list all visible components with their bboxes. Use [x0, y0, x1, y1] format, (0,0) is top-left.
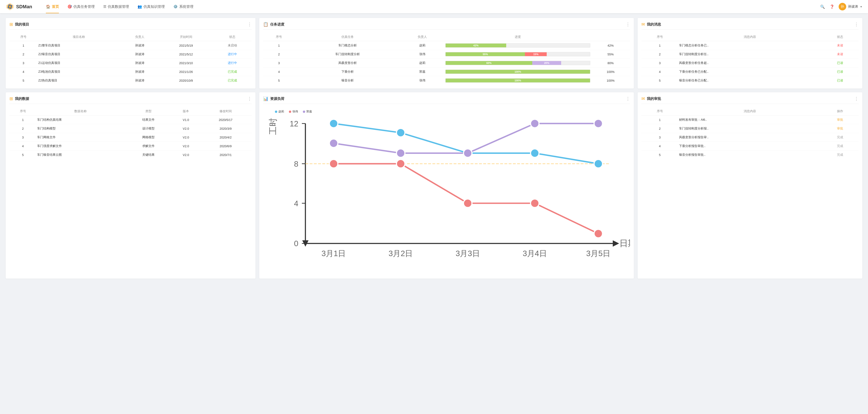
tp-row-task: 下垂分析	[295, 67, 400, 76]
ap-col-no: 序号	[642, 107, 678, 116]
table-row: 4 下垂分析任务已分配.. 已读	[642, 67, 859, 76]
my-approval-header: ✉ 我的审批 ⋮	[642, 96, 859, 104]
my-projects-header: ⊞ 我的项目 ⋮	[9, 22, 252, 30]
task-progress-menu-icon[interactable]: ⋮	[626, 22, 630, 27]
msg-row-status: 已读	[822, 67, 859, 76]
svg-point-34	[463, 149, 472, 157]
resource-load-menu-icon[interactable]: ⋮	[626, 96, 630, 101]
ap-row-no: 4	[642, 142, 678, 151]
svg-text:3月5日: 3月5日	[586, 249, 610, 258]
dt-col-name: 数据名称	[36, 107, 125, 116]
svg-text:4: 4	[294, 199, 298, 208]
tp-row-total: 42%	[591, 41, 630, 50]
resource-load-card: 📊 资源负荷 ⋮ 赵莉 张伟 郭嘉	[259, 92, 634, 279]
dt-row-time: 2020/6/9	[199, 142, 252, 151]
dt-row-no: 2	[9, 124, 36, 133]
my-messages-title: 我的消息	[647, 22, 661, 27]
table-row: 5 噪音分析 张伟 100% 100%	[263, 76, 630, 85]
header: SDMan 🏠 首页 🎯 仿真任务管理 ☰ 仿真数据管理 👥 仿真知识管理 ⚙️…	[0, 0, 868, 13]
svg-point-36	[594, 119, 602, 128]
svg-text:0: 0	[294, 239, 298, 248]
msg-col-status: 状态	[822, 33, 859, 41]
ap-row-content: 下垂分析报告审批..	[678, 142, 822, 151]
ap-row-action: 完成	[822, 142, 859, 151]
chart-legend: 赵莉 张伟 郭嘉	[275, 109, 630, 114]
table-row[interactable]: 2 Z2噪音仿真项目 孙波涛 2021/5/12 进行中	[9, 50, 252, 59]
row-project-name: Z2热仿真项目	[37, 76, 121, 85]
ap-row-action[interactable]: 审批	[822, 124, 859, 133]
dt-row-name: 车门网格文件	[36, 133, 125, 142]
msg-row-no: 5	[642, 76, 678, 85]
table-row: 3 风载变形分析 赵莉 60%20% 80%	[263, 59, 630, 67]
my-approval-menu-icon[interactable]: ⋮	[854, 96, 859, 101]
dt-col-ver: 版本	[172, 107, 199, 116]
my-data-table: 序号 数据名称 类型 版本 修改时间 1 车门结构仿真结果 结果文件 V1.0 …	[9, 107, 252, 159]
row-owner: 孙波涛	[121, 59, 159, 67]
table-row: 2 车门扭转刚度分析 张伟 55%15% 55%	[263, 50, 630, 59]
task-icon: 📋	[263, 22, 268, 27]
user-area[interactable]: 孙 孙波涛 ▼	[839, 3, 862, 10]
ap-row-action[interactable]: 审批	[822, 116, 859, 124]
msg-row-content: 车门模态分析任务已..	[678, 41, 822, 50]
nav-item-task[interactable]: 🎯 仿真任务管理	[63, 0, 99, 13]
my-messages-menu-icon[interactable]: ⋮	[854, 22, 859, 27]
dt-row-name: 车门结构仿真结果	[36, 116, 125, 124]
tp-row-task: 车门扭转刚度分析	[295, 50, 400, 59]
row-no: 2	[9, 50, 37, 59]
tp-row-bar: 60%20%	[444, 59, 591, 67]
tp-row-owner: 赵莉	[400, 59, 444, 67]
home-nav-icon: 🏠	[46, 4, 51, 9]
data-layers-icon: ⊞	[9, 96, 13, 101]
nav-item-home[interactable]: 🏠 首页	[42, 0, 63, 13]
tp-row-total: 55%	[591, 50, 630, 59]
my-data-title-area: ⊞ 我的数据	[9, 96, 29, 101]
guo-label: 郭嘉	[306, 109, 312, 114]
nav-item-knowledge[interactable]: 👥 仿真知识管理	[133, 0, 169, 13]
row-start: 2021/1/26	[159, 67, 213, 76]
my-projects-card: ⊞ 我的项目 ⋮ 序号 项目名称 负责人 开始时间 状态 1 Z1整车仿真项目 …	[6, 18, 255, 89]
resource-load-title-area: 📊 资源负荷	[263, 96, 284, 101]
msg-col-no: 序号	[642, 33, 678, 41]
dt-row-no: 3	[9, 133, 36, 142]
svg-text:12: 12	[289, 119, 298, 128]
approval-icon: ✉	[642, 96, 645, 101]
row-no: 1	[9, 41, 37, 50]
nav-item-system[interactable]: ⚙️ 系统管理	[169, 0, 198, 13]
msg-row-content: 风载变形分析任务超..	[678, 59, 822, 67]
col-start: 开始时间	[159, 33, 213, 41]
dt-row-time: 2020/7/1	[199, 151, 252, 159]
help-icon-button[interactable]: ❓	[829, 4, 835, 9]
my-messages-title-area: ✉ 我的消息	[642, 22, 661, 27]
dt-row-no: 1	[9, 116, 36, 124]
tp-row-owner: 郭嘉	[400, 67, 444, 76]
my-data-header: ⊞ 我的数据 ⋮	[9, 96, 252, 104]
search-icon-button[interactable]: 🔍	[820, 4, 826, 9]
my-projects-title: 我的项目	[15, 22, 29, 27]
msg-row-content: 车门扭转刚度分析任..	[678, 50, 822, 59]
table-row: 2 车门结构模型 设计模型 V2.0 2020/3/9	[9, 124, 252, 133]
table-row[interactable]: 4 Z3电池仿真项目 孙波涛 2021/1/26 已完成	[9, 67, 252, 76]
row-start: 2021/3/10	[159, 59, 213, 67]
table-row[interactable]: 3 Z1运动仿真项目 孙波涛 2021/3/10 进行中	[9, 59, 252, 67]
table-row: 1 车门模态分析任务已.. 未读	[642, 41, 859, 50]
my-data-menu-icon[interactable]: ⋮	[247, 96, 252, 101]
dt-row-time: 2020/4/2	[199, 133, 252, 142]
svg-point-29	[463, 199, 472, 208]
dt-row-time: 2020/3/9	[199, 124, 252, 133]
row-project-name: Z3电池仿真项目	[37, 67, 121, 76]
msg-row-no: 1	[642, 41, 678, 50]
table-row[interactable]: 5 Z2热仿真项目 孙波涛 2020/10/9 已完成	[9, 76, 252, 85]
my-messages-table: 序号 消息内容 状态 1 车门模态分析任务已.. 未读 2 车门扭转刚度分析任.…	[642, 33, 859, 85]
layers-icon: ⊞	[9, 22, 13, 27]
tp-col-owner: 负责人	[400, 33, 444, 41]
table-row[interactable]: 1 Z1整车仿真项目 孙波涛 2021/5/19 未启动	[9, 41, 252, 50]
col-no: 序号	[9, 33, 37, 41]
tp-row-no: 3	[263, 59, 295, 67]
task-progress-title-area: 📋 任务进度	[263, 22, 284, 27]
my-projects-menu-icon[interactable]: ⋮	[247, 22, 252, 27]
tp-row-owner: 张伟	[400, 50, 444, 59]
row-owner: 孙波涛	[121, 76, 159, 85]
nav-item-data[interactable]: ☰ 仿真数据管理	[99, 0, 133, 13]
dt-row-ver: V2.0	[172, 151, 199, 159]
col-name: 项目名称	[37, 33, 121, 41]
